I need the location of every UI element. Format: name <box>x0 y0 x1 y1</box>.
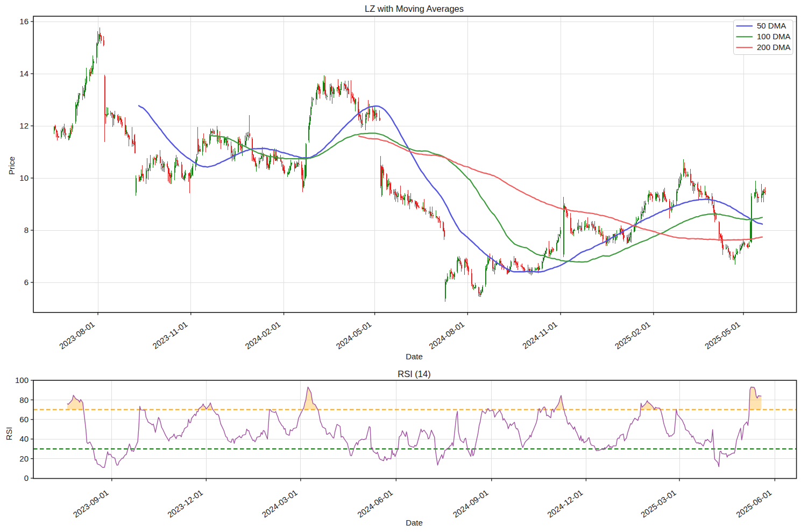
svg-text:Date: Date <box>406 352 423 361</box>
svg-text:80: 80 <box>19 395 29 405</box>
svg-text:6: 6 <box>24 278 29 287</box>
svg-text:12: 12 <box>19 121 29 130</box>
svg-text:100: 100 <box>15 375 29 385</box>
svg-text:LZ with Moving Averages: LZ with Moving Averages <box>365 4 464 13</box>
svg-text:200 DMA: 200 DMA <box>757 42 791 52</box>
svg-text:50 DMA: 50 DMA <box>757 21 786 30</box>
svg-text:Price: Price <box>7 157 16 175</box>
svg-text:14: 14 <box>19 69 29 78</box>
svg-text:0: 0 <box>24 473 29 483</box>
svg-text:8: 8 <box>24 225 29 235</box>
svg-text:Date: Date <box>406 518 423 527</box>
svg-text:100 DMA: 100 DMA <box>757 32 791 41</box>
svg-text:40: 40 <box>19 434 29 443</box>
svg-text:16: 16 <box>19 17 29 26</box>
svg-text:60: 60 <box>19 415 29 424</box>
svg-text:RSI (14): RSI (14) <box>398 369 430 379</box>
svg-text:10: 10 <box>19 173 29 182</box>
svg-text:20: 20 <box>19 454 29 463</box>
svg-text:RSI: RSI <box>4 427 13 440</box>
